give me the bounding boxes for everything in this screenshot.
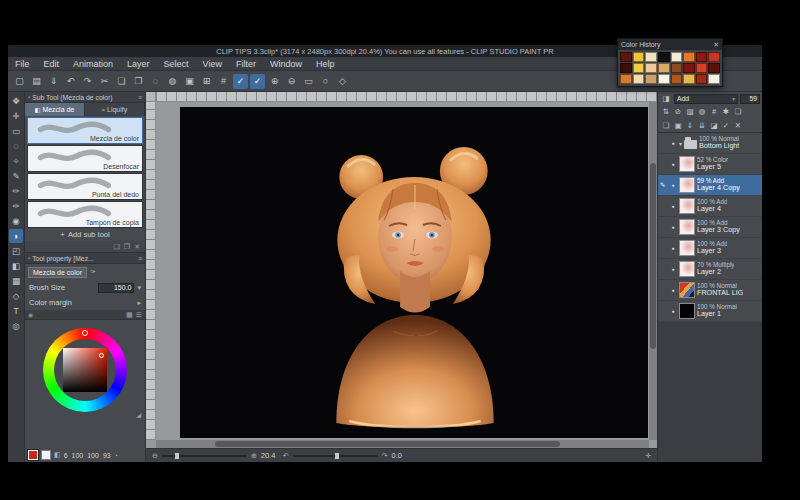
figure-tool[interactable]: ◇	[9, 289, 23, 303]
reference-layer-icon[interactable]: ✱	[720, 107, 732, 116]
layer-thumbnail[interactable]	[679, 198, 695, 214]
sv-selector[interactable]	[99, 353, 104, 358]
layer-thumbnail[interactable]	[679, 156, 695, 172]
zoom-in-icon[interactable]: ⊕	[267, 74, 282, 89]
brush-size-dropdown-icon[interactable]: ▾	[137, 284, 141, 292]
layer-visibility-icon[interactable]: ●	[669, 287, 677, 293]
brush-tool[interactable]: ✑	[9, 199, 23, 213]
history-swatch[interactable]	[658, 74, 670, 84]
horizontal-scroll-thumb[interactable]	[215, 441, 560, 447]
save-icon[interactable]: ⇓	[46, 74, 61, 89]
horizontal-scrollbar[interactable]	[156, 440, 649, 448]
canvas[interactable]	[180, 107, 648, 438]
duplicate-subtool-icon[interactable]: ❐	[124, 243, 130, 251]
layer-thumbnail[interactable]	[679, 240, 695, 256]
snap-grid-icon[interactable]: ⊞	[199, 74, 214, 89]
subtool-item[interactable]: Mezcla de color	[27, 117, 143, 144]
new-layer-icon[interactable]: ❏	[660, 121, 672, 130]
rotation-slider-thumb[interactable]	[335, 453, 339, 459]
open-file-icon[interactable]: ▤	[29, 74, 44, 89]
zoom-slider-thumb[interactable]	[175, 453, 179, 459]
menu-item-view[interactable]: View	[196, 59, 229, 69]
layer-visibility-icon[interactable]: ●	[669, 224, 677, 230]
rotate-left-icon[interactable]: ↶	[283, 452, 289, 460]
deselect-icon[interactable]: ◌	[148, 74, 163, 89]
pen-tool[interactable]: ✎	[9, 169, 23, 183]
reset-view-icon[interactable]: ✛	[645, 452, 651, 460]
zoom-in-icon[interactable]: ⊕	[251, 452, 257, 460]
delete-subtool-icon[interactable]: ✕	[134, 243, 140, 251]
menu-item-window[interactable]: Window	[263, 59, 309, 69]
panel-menu-icon[interactable]: ≡	[138, 255, 142, 262]
vertical-scrollbar[interactable]	[649, 102, 657, 440]
cut-icon[interactable]: ✂	[97, 74, 112, 89]
panel-menu-icon[interactable]: ≡	[138, 94, 142, 101]
layer-visibility-icon[interactable]: ●	[669, 182, 677, 188]
fill-tool[interactable]: ◧	[9, 259, 23, 273]
color-mixer-icon[interactable]: ◔	[114, 452, 118, 459]
undo-icon[interactable]: ↶	[63, 74, 78, 89]
menu-item-filter[interactable]: Filter	[229, 59, 263, 69]
select-polygon-icon[interactable]: ◇	[335, 74, 350, 89]
layer-row[interactable]: ●100 % NormalFRONTAL LIG	[658, 280, 762, 301]
zoom-slider[interactable]	[162, 455, 247, 457]
history-swatch[interactable]	[658, 63, 670, 73]
menu-item-help[interactable]: Help	[309, 59, 342, 69]
airbrush-tool[interactable]: ◉	[9, 214, 23, 228]
rotate-right-icon[interactable]: ↷	[382, 452, 388, 460]
clip-to-layer-icon[interactable]: ⇅	[660, 107, 672, 116]
enable-mask-icon[interactable]: ◍	[696, 107, 708, 116]
vertical-scroll-thumb[interactable]	[650, 163, 656, 349]
menu-item-animation[interactable]: Animation	[66, 59, 120, 69]
subtool-item[interactable]: Tampón de copia	[27, 201, 143, 228]
snap-ruler-icon[interactable]: #	[216, 74, 231, 89]
hue-ring[interactable]	[43, 328, 127, 412]
paste-icon[interactable]: ❐	[131, 74, 146, 89]
create-mask-icon[interactable]: ◪	[708, 121, 720, 130]
eraser-tool[interactable]: ◰	[9, 244, 23, 258]
add-subtool-button[interactable]: + Add sub tool	[25, 228, 145, 241]
lasso-tool[interactable]: ◌	[9, 139, 23, 153]
new-folder-icon[interactable]: ▣	[672, 121, 684, 130]
merge-down-icon[interactable]: ⇊	[696, 121, 708, 130]
new-canvas-icon[interactable]: ▢	[12, 74, 27, 89]
delete-layer-icon[interactable]: ✕	[732, 121, 744, 130]
history-swatch[interactable]	[683, 52, 695, 62]
history-swatch[interactable]	[708, 63, 720, 73]
layer-visibility-icon[interactable]: ●	[669, 203, 677, 209]
color-slider-tab-icon[interactable]: ▦	[126, 311, 133, 319]
menu-item-file[interactable]: File	[8, 59, 37, 69]
layer-thumbnail[interactable]	[679, 303, 695, 319]
move-tool[interactable]: ✛	[9, 109, 23, 123]
history-swatch[interactable]	[708, 74, 720, 84]
history-swatch[interactable]	[620, 63, 632, 73]
layer-visibility-icon[interactable]: ●	[669, 266, 677, 272]
text-tool[interactable]: T	[9, 304, 23, 318]
eyedropper-tool[interactable]: ✧	[9, 154, 23, 168]
history-swatch[interactable]	[620, 74, 632, 84]
layer-thumbnail[interactable]	[679, 261, 695, 277]
gradient-tool[interactable]: ▦	[9, 274, 23, 288]
brush-size-input[interactable]: 150.0	[98, 283, 134, 293]
color-wheel[interactable]: ◢	[25, 320, 145, 420]
blend-mode-select[interactable]: Add ▾	[674, 94, 738, 104]
redo-icon[interactable]: ↷	[80, 74, 95, 89]
close-icon[interactable]: ✕	[713, 41, 719, 49]
lock-transparency-icon[interactable]: ▨	[684, 107, 696, 116]
layer-opacity-input[interactable]: 59	[740, 94, 760, 104]
tab-liquify[interactable]: ≈ Liquify	[85, 103, 145, 116]
history-swatch[interactable]	[696, 74, 708, 84]
layer-visibility-icon[interactable]: ●	[669, 140, 677, 146]
pencil-tool[interactable]: ✏	[9, 184, 23, 198]
color-set-tab-icon[interactable]: ☰	[136, 311, 142, 319]
background-color-chip[interactable]	[41, 450, 51, 460]
layer-row[interactable]: ●100 % NormalLayer 1	[658, 301, 762, 322]
stabilize-on-icon[interactable]: ✓	[233, 74, 248, 89]
color-history-titlebar[interactable]: Color History ✕	[618, 39, 722, 50]
layer-row[interactable]: ●100 % AddLayer 3 Copy	[658, 217, 762, 238]
selection-border-icon[interactable]: ▣	[182, 74, 197, 89]
selection-tool[interactable]: ▭	[9, 124, 23, 138]
selected-subtool-chip[interactable]: Mezcla de color	[28, 267, 87, 278]
history-swatch[interactable]	[683, 63, 695, 73]
history-swatch[interactable]	[658, 52, 670, 62]
